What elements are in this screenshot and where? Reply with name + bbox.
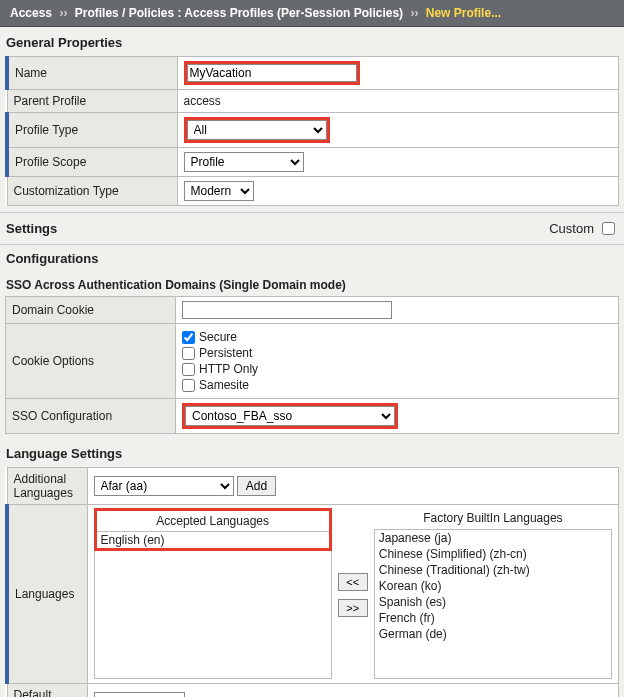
value-parent-profile: access (177, 90, 619, 113)
factory-languages-list[interactable]: Japanese (ja)Chinese (Simplified) (zh-cn… (374, 529, 612, 679)
samesite-checkbox[interactable] (182, 379, 195, 392)
label-sso-configuration: SSO Configuration (6, 399, 176, 434)
profile-type-select[interactable]: All (187, 120, 327, 140)
label-languages: Languages (7, 505, 87, 684)
factory-languages-title: Factory BuiltIn Languages (374, 511, 612, 529)
factory-lang-item[interactable]: German (de) (375, 626, 611, 642)
breadcrumb: Access ›› Profiles / Policies : Access P… (0, 0, 624, 27)
name-input[interactable] (187, 64, 357, 82)
accepted-languages-title: Accepted Languages (97, 511, 329, 532)
label-customization-type: Customization Type (7, 177, 177, 206)
factory-lang-item[interactable]: Chinese (Traditional) (zh-tw) (375, 562, 611, 578)
chevron-right-icon: ›› (59, 6, 67, 20)
factory-lang-item[interactable]: Spanish (es) (375, 594, 611, 610)
accepted-lang-item[interactable]: English (en) (97, 532, 329, 548)
general-properties-table: Name Parent Profile access Profile Type … (5, 56, 619, 206)
secure-label: Secure (199, 330, 237, 344)
language-table: Additional Languages Afar (aa) Add Langu… (5, 467, 619, 697)
breadcrumb-root[interactable]: Access (10, 6, 52, 20)
section-sso: SSO Across Authentication Domains (Singl… (0, 272, 624, 296)
add-language-button[interactable]: Add (237, 476, 276, 496)
label-profile-scope: Profile Scope (7, 148, 177, 177)
label-default-language: Default Language (7, 684, 87, 698)
httponly-label: HTTP Only (199, 362, 258, 376)
section-language-settings: Language Settings (0, 440, 624, 467)
persistent-checkbox[interactable] (182, 347, 195, 360)
label-additional-languages: Additional Languages (7, 468, 87, 505)
domain-cookie-input[interactable] (182, 301, 392, 319)
settings-title: Settings (6, 221, 57, 236)
breadcrumb-mid[interactable]: Profiles / Policies : Access Profiles (P… (75, 6, 403, 20)
label-name: Name (7, 57, 177, 90)
label-parent-profile: Parent Profile (7, 90, 177, 113)
factory-lang-item[interactable]: Korean (ko) (375, 578, 611, 594)
custom-checkbox[interactable] (602, 222, 615, 235)
factory-lang-item[interactable]: Chinese (Simplified) (zh-cn) (375, 546, 611, 562)
httponly-checkbox[interactable] (182, 363, 195, 376)
section-configurations: Configurations (0, 245, 624, 272)
samesite-label: Samesite (199, 378, 249, 392)
factory-lang-item[interactable]: French (fr) (375, 610, 611, 626)
breadcrumb-current: New Profile... (426, 6, 501, 20)
accepted-languages-list[interactable] (94, 551, 332, 679)
factory-lang-item[interactable]: Japanese (ja) (375, 530, 611, 546)
move-left-button[interactable]: << (338, 573, 368, 591)
profile-scope-select[interactable]: Profile (184, 152, 304, 172)
label-cookie-options: Cookie Options (6, 324, 176, 399)
chevron-right-icon: ›› (410, 6, 418, 20)
default-language-select[interactable]: English (en) (94, 692, 185, 697)
sso-table: Domain Cookie Cookie Options Secure Pers… (5, 296, 619, 434)
section-general-properties: General Properties (0, 27, 624, 56)
label-domain-cookie: Domain Cookie (6, 297, 176, 324)
sso-configuration-select[interactable]: Contoso_FBA_sso (185, 406, 395, 426)
label-profile-type: Profile Type (7, 113, 177, 148)
additional-languages-select[interactable]: Afar (aa) (94, 476, 234, 496)
section-settings: Settings Custom (0, 212, 624, 245)
customization-type-select[interactable]: Modern (184, 181, 254, 201)
secure-checkbox[interactable] (182, 331, 195, 344)
move-right-button[interactable]: >> (338, 599, 368, 617)
persistent-label: Persistent (199, 346, 252, 360)
custom-label: Custom (549, 221, 594, 236)
